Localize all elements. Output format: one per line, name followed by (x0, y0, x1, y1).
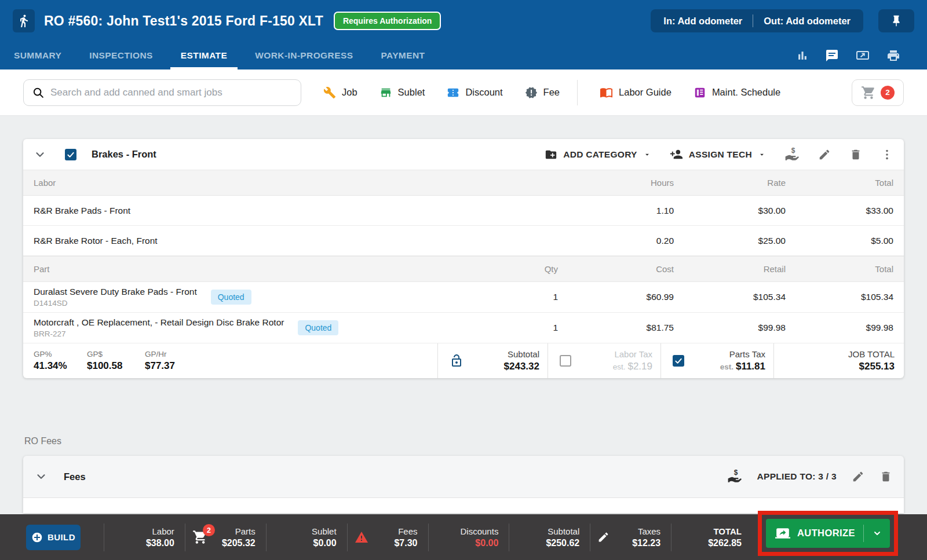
tab-bar: SUMMARY INSPECTIONS ESTIMATE WORK-IN-PRO… (0, 42, 927, 69)
totals-subtotal-value: $250.62 (546, 538, 579, 548)
tab-payment[interactable]: PAYMENT (379, 42, 426, 69)
fees-card: Fees $ APPLIED TO: 3 / 3 (23, 456, 904, 513)
collapse-chevron-icon[interactable] (35, 470, 48, 483)
parts-tax-est-value: $11.81 (736, 361, 765, 372)
lock-open-icon[interactable] (450, 354, 464, 368)
cart-icon (861, 85, 876, 100)
part-row[interactable]: Duralast Severe Duty Brake Pads - Front … (23, 282, 904, 313)
screen-share-icon (775, 526, 790, 541)
part-retail: $99.98 (674, 323, 786, 333)
tab-work-in-progress[interactable]: WORK-IN-PROGRESS (254, 42, 354, 69)
labor-row[interactable]: R&R Brake Pads - Front 1.10 $30.00 $33.0… (23, 196, 904, 226)
job-total-label: JOB TOTAL (848, 349, 895, 359)
storefront-icon (379, 86, 392, 99)
tab-summary[interactable]: SUMMARY (13, 42, 63, 69)
search-input[interactable] (50, 87, 293, 98)
add-sublet-button[interactable]: Sublet (379, 86, 425, 99)
add-fee-button[interactable]: Fee (525, 86, 560, 99)
plus-circle-icon (31, 532, 43, 543)
add-discount-button[interactable]: Discount (447, 86, 502, 99)
odometer-in-button[interactable]: In: Add odometer (663, 16, 742, 27)
add-category-button[interactable]: ADD CATEGORY (545, 148, 651, 161)
part-qty: 1 (483, 292, 558, 302)
pricing-hand-icon[interactable]: $ (784, 147, 800, 162)
estimate-toolbar: Job Sublet Discount Fee Labor Guide Main… (0, 69, 927, 116)
pin-icon (890, 14, 903, 27)
job-checkbox[interactable] (65, 149, 76, 160)
labor-row[interactable]: R&R Brake Rotor - Each, Front 0.20 $25.0… (23, 226, 904, 256)
add-job-button[interactable]: Job (323, 86, 357, 99)
share-screen-icon[interactable] (855, 49, 870, 63)
maint-schedule-label: Maint. Schedule (712, 87, 780, 98)
totals-sublet: Sublet $0.00 (266, 524, 347, 551)
labor-tax-label: Labor Tax (613, 349, 652, 359)
print-icon[interactable] (886, 49, 900, 63)
labor-hours: 1.10 (558, 206, 674, 216)
labor-col-header: Labor (34, 178, 558, 188)
pin-button[interactable] (878, 9, 914, 32)
caret-down-icon (758, 151, 766, 159)
messages-icon[interactable] (825, 49, 839, 63)
totals-taxes-label: Taxes (632, 526, 660, 536)
build-label: BUILD (48, 532, 75, 542)
add-fee-label: Fee (543, 87, 560, 98)
authorize-dropdown-chevron[interactable] (863, 525, 890, 542)
build-button[interactable]: BUILD (26, 525, 81, 550)
parts-tax-est-prefix: est. (720, 363, 733, 371)
parts-cart-button[interactable]: 2 (192, 529, 208, 545)
part-qty: 1 (483, 323, 558, 333)
qty-col-header: Qty (483, 264, 558, 274)
labor-total: $33.00 (786, 206, 893, 216)
totals-labor-label: Labor (146, 526, 174, 536)
svg-text:$: $ (733, 469, 738, 477)
part-number: BRR-227 (34, 330, 284, 338)
odometer-out-button[interactable]: Out: Add odometer (764, 16, 851, 27)
totals-parts: 2 Parts $205.32 (185, 524, 266, 551)
edit-fees-icon[interactable] (852, 470, 864, 483)
totals-fees-value: $7.30 (394, 538, 417, 548)
parts-tax-checkbox[interactable] (673, 355, 684, 367)
app-header: RO #560: John Test1's 2015 Ford F-150 XL… (0, 0, 927, 69)
maint-schedule-button[interactable]: Maint. Schedule (694, 86, 780, 99)
totals-sublet-label: Sublet (312, 526, 337, 536)
edit-taxes-icon[interactable] (597, 531, 610, 543)
labor-total: $5.00 (786, 236, 893, 246)
part-row[interactable]: Motorcraft , OE Replacement, - Retail De… (23, 313, 904, 343)
totals-discounts: Discounts $0.00 (428, 524, 509, 551)
subtotal-label: Subtotal (504, 349, 539, 359)
labor-tax-checkbox[interactable] (560, 355, 571, 367)
tab-inspections[interactable]: INSPECTIONS (88, 42, 154, 69)
job-total-value: $255.13 (848, 361, 895, 372)
assign-tech-button[interactable]: ASSIGN TECH (670, 148, 766, 161)
subtotal-value: $243.32 (504, 361, 539, 372)
fees-warning-icon[interactable] (355, 530, 368, 544)
authorize-button[interactable]: AUTHORIZE (766, 519, 890, 548)
stats-icon[interactable] (796, 49, 809, 62)
person-plus-icon (670, 148, 683, 161)
totals-bar: BUILD Labor $38.00 2 Parts $205.32 Suble… (0, 514, 927, 560)
job-summary-row: GP% 41.34% GP$ $100.58 GP/Hr $77.37 Subt… (23, 343, 904, 378)
tab-estimate[interactable]: ESTIMATE (180, 42, 228, 69)
delete-fees-icon[interactable] (879, 470, 892, 483)
edit-job-icon[interactable] (818, 148, 831, 161)
totals-total-label: TOTAL (708, 526, 742, 536)
more-options-icon[interactable] (881, 148, 893, 161)
job-title: Brakes - Front (92, 149, 156, 160)
part-col-header: Part (34, 264, 483, 274)
labor-guide-label: Labor Guide (619, 87, 671, 98)
walk-in-button[interactable] (13, 9, 35, 32)
total-col-header: Total (786, 178, 893, 188)
add-category-label: ADD CATEGORY (563, 149, 637, 160)
applied-to-label: APPLIED TO: 3 / 3 (757, 471, 837, 482)
delete-job-icon[interactable] (849, 148, 862, 161)
labor-hours: 0.20 (558, 236, 674, 246)
labor-rate: $25.00 (674, 236, 786, 246)
schedule-book-icon (694, 86, 706, 99)
cart-count-badge: 2 (881, 86, 895, 100)
svg-text:$: $ (791, 147, 795, 155)
wrench-icon (323, 86, 336, 99)
gp-per-hour-label: GP/Hr (145, 350, 175, 358)
collapse-chevron-icon[interactable] (34, 148, 46, 161)
cart-button[interactable]: 2 (852, 79, 904, 106)
labor-guide-button[interactable]: Labor Guide (600, 86, 671, 99)
